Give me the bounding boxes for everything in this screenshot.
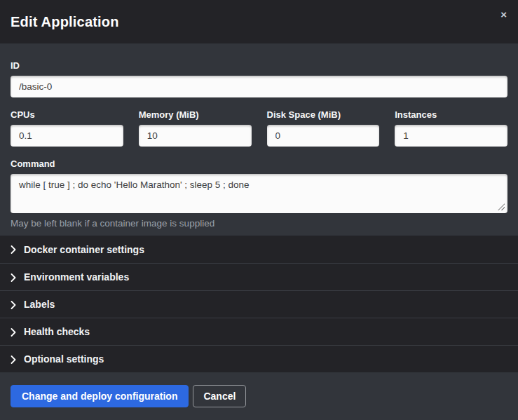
edit-application-modal: Edit Application × ID CPUs Memory (MiB) … [0,0,518,420]
chevron-right-icon [11,273,16,282]
cpus-label: CPUs [11,109,123,120]
chevron-right-icon [11,328,16,337]
id-label: ID [11,60,507,71]
section-health-checks[interactable]: Health checks [0,318,518,345]
instances-label: Instances [395,109,507,120]
section-labels[interactable]: Labels [0,290,518,318]
resources-row: CPUs Memory (MiB) Disk Space (MiB) Insta… [11,109,507,147]
modal-title: Edit Application [11,14,119,30]
section-environment-variables[interactable]: Environment variables [0,263,518,290]
section-label: Environment variables [24,271,129,283]
memory-label: Memory (MiB) [139,109,252,120]
cancel-button[interactable]: Cancel [193,385,246,407]
section-label: Docker container settings [24,244,144,255]
section-label: Labels [24,299,55,310]
instances-input[interactable] [395,125,507,147]
memory-input[interactable] [139,125,252,147]
instances-field-group: Instances [395,109,507,147]
close-icon: × [500,8,507,20]
command-field-group: Command while [ true ] ; do echo 'Hello … [11,158,507,229]
disk-label: Disk Space (MiB) [267,109,380,120]
disk-field-group: Disk Space (MiB) [267,109,380,147]
section-docker-container-settings[interactable]: Docker container settings [0,236,518,263]
cpus-input[interactable] [11,125,123,147]
section-optional-settings[interactable]: Optional settings [0,345,518,372]
command-textarea[interactable]: while [ true ] ; do echo 'Hello Marathon… [11,174,507,213]
id-input[interactable] [11,76,507,97]
chevron-right-icon [11,355,16,364]
cpus-field-group: CPUs [11,109,123,147]
accordion-sections: Docker container settings Environment va… [0,236,518,372]
command-label: Command [11,158,507,169]
change-and-deploy-button[interactable]: Change and deploy configuration [11,385,189,407]
chevron-right-icon [11,245,16,254]
application-form: ID CPUs Memory (MiB) Disk Space (MiB) In… [0,43,518,236]
modal-header: Edit Application × [0,0,518,43]
close-button[interactable]: × [500,9,507,20]
section-label: Health checks [24,326,90,337]
modal-footer: Change and deploy configuration Cancel [0,372,518,420]
id-field-group: ID [11,60,507,97]
command-helper-text: May be left blank if a container image i… [11,218,507,229]
disk-input[interactable] [267,125,380,147]
section-label: Optional settings [24,353,104,365]
memory-field-group: Memory (MiB) [139,109,252,147]
chevron-right-icon [11,301,16,309]
